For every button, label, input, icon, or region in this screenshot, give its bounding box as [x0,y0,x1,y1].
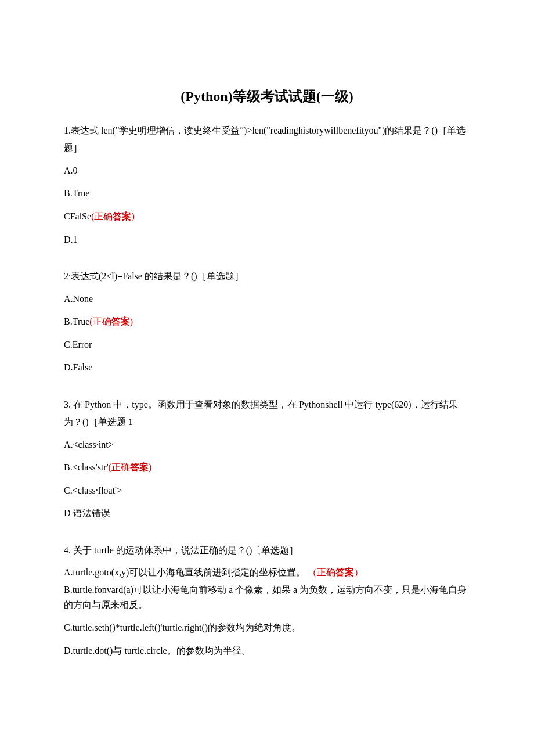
answer-open: (正确 [89,316,111,326]
answer-label: 答案 [130,462,149,472]
q4-option-c: C.turtle.seth()*turtle.left()'turtle.rig… [64,620,470,635]
answer-close: ） [354,567,363,577]
page-title: (Python)等级考试试题(一级) [64,87,470,106]
answer-label: 答案 [111,316,130,326]
q1-option-a: A.0 [64,163,470,178]
q3-option-c: C.<class·float'> [64,483,470,498]
q2-b-text: B.True [64,316,89,326]
answer-label: 答案 [113,211,131,221]
answer-open: (正确 [109,462,130,472]
q1-stem: 1.表达式 len("学史明理增信，读史终生受益″)>len("readingh… [64,122,470,157]
q1-c-text: CFalSe [64,211,91,221]
q4-option-d: D.turtle.dot()与 turtle.circle。的参数均为半径。 [64,643,470,658]
q2-stem: 2·表达式(2<l)=False 的结果是？()［单选题］ [64,268,470,285]
q3-option-b: B.<class'str'(正确答案) [64,460,470,475]
q4-option-a: A.turtle.goto(x,y)可以让小海龟直线前进到指定的坐标位置。 （正… [64,565,470,580]
q3-option-d: D 语法错误 [64,506,470,521]
q1-option-c: CFalSe(正确答案) [64,209,470,224]
q1-option-d: D.1 [64,232,470,247]
q4-option-b: B.turtle.fonvard(a)可以让小海龟向前移动 a 个像素，如果 a… [64,582,470,612]
q4-a-text: A.turtle.goto(x,y)可以让小海龟直线前进到指定的坐标位置。 [64,567,305,577]
answer-close: ) [149,462,151,472]
q3-option-a: A.<class·int> [64,437,470,452]
q2-option-d: D.False [64,360,470,375]
q3-b-text: B.<class'str' [64,462,109,472]
q3-stem: 3. 在 Python 中，type。函数用于查看对象的数据类型，在 Pytho… [64,396,470,431]
q1-option-b: B.True [64,186,470,201]
q4-stem: 4. 关于 turtle 的运动体系中，说法正确的是？()〔单选题］ [64,542,470,559]
answer-close: ) [130,316,133,326]
answer-open: （正确 [308,567,335,577]
q2-option-c: C.Error [64,337,470,352]
document-page: (Python)等级考试试题(一级) 1.表达式 len("学史明理增信，读史终… [0,0,534,756]
q2-option-b: B.True(正确答案) [64,314,470,329]
q2-option-a: A.None [64,291,470,307]
answer-close: ) [131,211,134,221]
answer-open: (正确 [91,211,113,221]
answer-label: 答案 [335,567,354,577]
